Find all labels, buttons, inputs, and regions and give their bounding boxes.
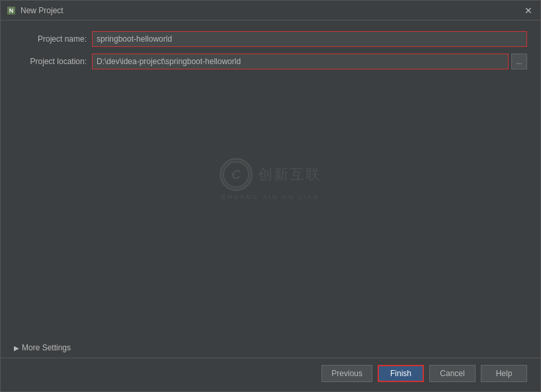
button-bar: Previous Finish Cancel Help [1, 358, 540, 391]
finish-button[interactable]: Finish [378, 365, 424, 382]
svg-text:N: N [9, 7, 14, 14]
dialog-content: Project name: Project location: ... C 创新… [1, 20, 540, 338]
watermark-logo: C 创新互联 [220, 158, 321, 191]
browse-button[interactable]: ... [511, 54, 527, 69]
more-settings-toggle[interactable]: ▶ More Settings [1, 338, 540, 358]
project-location-row: Project location: ... [14, 54, 527, 69]
title-bar: N New Project ✕ [1, 1, 540, 20]
svg-point-2 [224, 162, 249, 188]
watermark-symbol: C [220, 158, 253, 191]
project-name-label: Project name: [14, 34, 87, 44]
svg-text:C: C [231, 167, 241, 182]
more-settings-label: More Settings [22, 343, 71, 352]
project-location-input[interactable] [92, 54, 509, 69]
dialog-title: New Project [21, 6, 522, 15]
new-project-icon: N [6, 5, 17, 16]
previous-button[interactable]: Previous [321, 365, 372, 382]
cancel-button[interactable]: Cancel [429, 365, 476, 382]
more-settings-arrow-icon: ▶ [14, 344, 19, 352]
bottom-section: ▶ More Settings Previous Finish Cancel H… [1, 338, 540, 391]
project-location-field-group: ... [92, 54, 527, 69]
project-location-label: Project location: [14, 57, 87, 66]
watermark-english: CHUANG XIN HU LIAN [222, 194, 320, 200]
project-name-input[interactable] [92, 31, 527, 47]
project-name-row: Project name: [14, 31, 527, 47]
help-button[interactable]: Help [481, 365, 527, 382]
new-project-dialog: N New Project ✕ Project name: Project lo… [0, 0, 541, 392]
watermark-chinese: 创新互联 [258, 165, 321, 184]
close-button[interactable]: ✕ [522, 4, 535, 17]
watermark: C 创新互联 CHUANG XIN HU LIAN [220, 158, 321, 200]
